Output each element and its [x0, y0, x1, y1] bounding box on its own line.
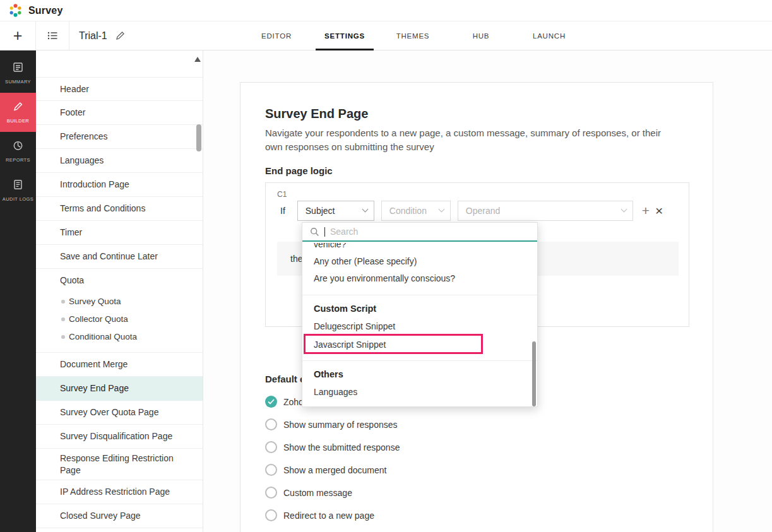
tab-themes[interactable]: THEMES: [379, 21, 447, 50]
menu-item-header[interactable]: Header: [36, 77, 203, 101]
dropdown-item-scrolled[interactable]: vehicle?: [302, 243, 537, 253]
tab-editor[interactable]: EDITOR: [242, 21, 311, 50]
question-list-button[interactable]: [36, 21, 69, 50]
menu-item-survey-end-page[interactable]: Survey End Page: [36, 377, 203, 401]
menu-item-response-editing-restriction-page[interactable]: Response Editing Restriction Page: [36, 449, 203, 480]
toolbar: + Trial-1 EDITOR SETTINGS THEMES HUB LAU…: [0, 21, 772, 50]
rule-id: C1: [277, 190, 287, 199]
dropdown-item-javascript-snippet[interactable]: Javascript Snippet: [302, 335, 537, 354]
radio-icon[interactable]: [265, 441, 277, 453]
divider: [302, 295, 537, 295]
page-description: Navigate your respondents to a new page,…: [265, 126, 679, 154]
text-cursor: [324, 227, 325, 237]
menu-item-survey-disqualification-page[interactable]: Survey Disqualification Page: [36, 425, 203, 449]
chevron-down-icon: [621, 206, 627, 213]
divider: [302, 360, 537, 361]
tab-hub[interactable]: HUB: [447, 21, 515, 50]
menu-item-quota[interactable]: Quota: [36, 269, 203, 293]
page-title: Survey End Page: [265, 107, 688, 121]
subject-select[interactable]: Subject: [297, 201, 374, 221]
rail-item-audit-logs[interactable]: AUDIT LOGS: [0, 171, 36, 210]
add-condition-button[interactable]: +: [642, 203, 650, 218]
option-custom-message[interactable]: Custom message: [265, 482, 688, 504]
dropdown-item-languages[interactable]: Languages: [302, 384, 537, 401]
chevron-down-icon: [438, 206, 444, 213]
menu-item-save-and-continue-later[interactable]: Save and Continue Later: [36, 245, 203, 269]
menu-item-document-merge[interactable]: Document Merge: [36, 353, 203, 377]
summary-icon: [13, 62, 23, 75]
main-tabs: EDITOR SETTINGS THEMES HUB LAUNCH: [242, 21, 583, 50]
rail-item-summary[interactable]: SUMMARY: [0, 54, 36, 93]
menu-item-terms-and-conditions[interactable]: Terms and Conditions: [36, 197, 203, 221]
option-redirect-new-page[interactable]: Redirect to a new page: [265, 504, 688, 527]
reports-icon: [13, 140, 23, 153]
zoho-survey-logo-icon: [8, 3, 23, 18]
subject-dropdown-menu: Search vehicle? Any other (Please specif…: [302, 222, 538, 407]
end-page-logic-heading: End page logic: [265, 165, 688, 176]
group-title-custom-script: Custom Script: [302, 299, 537, 318]
remove-condition-button[interactable]: ×: [655, 203, 663, 218]
chevron-down-icon: [362, 206, 368, 213]
list-icon: [47, 31, 58, 40]
menu-item-preferences[interactable]: Preferences: [36, 125, 203, 149]
quota-sub-group: Survey Quota Collector Quota Conditional…: [36, 293, 203, 353]
survey-title: Trial-1: [79, 30, 107, 42]
dropdown-item-environmentally-conscious[interactable]: Are you environmentally conscious?: [302, 270, 537, 287]
dropdown-item-any-other[interactable]: Any other (Please specify): [302, 253, 537, 270]
top-brand-bar: Survey: [0, 0, 772, 21]
menu-item-timer[interactable]: Timer: [36, 221, 203, 245]
audit-logs-icon: [13, 179, 23, 192]
new-survey-button[interactable]: +: [0, 21, 36, 50]
menu-item-ip-address-restriction-page[interactable]: IP Address Restriction Page: [36, 480, 203, 504]
option-show-merged-document[interactable]: Show a merged document: [265, 459, 688, 482]
menu-item-introduction-page[interactable]: Introduction Page: [36, 173, 203, 197]
menu-scrollbar-thumb[interactable]: [196, 124, 201, 151]
dropdown-scrollbar-thumb[interactable]: [532, 341, 536, 406]
menu-item-survey-over-quota-page[interactable]: Survey Over Quota Page: [36, 401, 203, 425]
rail-item-builder[interactable]: BUILDER: [0, 93, 36, 132]
dropdown-search-input[interactable]: Search: [302, 223, 537, 242]
radio-checked-icon[interactable]: [265, 396, 277, 408]
if-label: If: [280, 206, 285, 216]
option-show-submitted-response[interactable]: Show the submitted response: [265, 436, 688, 459]
radio-icon[interactable]: [265, 487, 277, 499]
dropdown-item-delugescript-snippet[interactable]: Delugescript Snippet: [302, 318, 537, 335]
group-title-others: Others: [302, 365, 537, 384]
rail-item-reports[interactable]: REPORTS: [0, 132, 36, 171]
radio-icon[interactable]: [265, 464, 277, 476]
edit-title-icon[interactable]: [116, 31, 125, 40]
menu-item-survey-quota[interactable]: Survey Quota: [36, 293, 203, 310]
search-icon: [310, 227, 319, 237]
scroll-up-arrow[interactable]: [194, 57, 201, 62]
condition-select[interactable]: Condition: [381, 201, 451, 221]
search-placeholder: Search: [330, 227, 358, 237]
option-show-summary[interactable]: Show summary of responses: [265, 413, 688, 436]
left-rail: SUMMARY BUILDER REPORTS AUDIT LOGS: [0, 50, 36, 532]
tab-settings[interactable]: SETTINGS: [311, 21, 379, 50]
brand-name: Survey: [28, 5, 63, 16]
menu-item-closed-survey-page[interactable]: Closed Survey Page: [36, 504, 203, 528]
menu-item-collector-quota[interactable]: Collector Quota: [36, 310, 203, 328]
operand-select[interactable]: Operand: [458, 201, 633, 221]
settings-menu-panel: Header Footer Preferences Languages Intr…: [36, 50, 203, 532]
radio-icon[interactable]: [265, 509, 277, 521]
menu-item-languages[interactable]: Languages: [36, 149, 203, 173]
default-end-page-options: Zoho Show summary of responses Show the …: [265, 391, 688, 527]
radio-icon[interactable]: [265, 418, 277, 430]
tab-launch[interactable]: LAUNCH: [515, 21, 583, 50]
builder-icon: [13, 101, 23, 114]
menu-item-footer[interactable]: Footer: [36, 101, 203, 125]
menu-item-conditional-quota[interactable]: Conditional Quota: [36, 328, 203, 346]
